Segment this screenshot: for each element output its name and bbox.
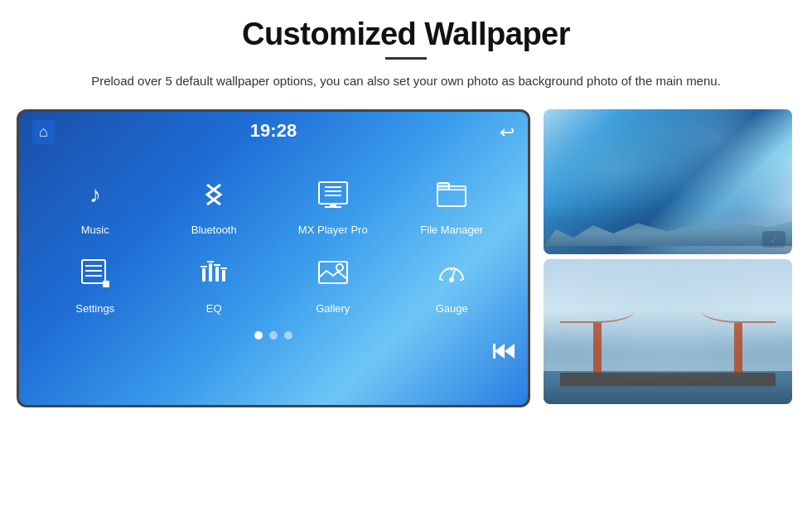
settings-label: Settings <box>75 302 114 315</box>
back-icon[interactable]: ↩ <box>500 122 515 143</box>
svg-rect-15 <box>215 267 219 282</box>
bluetooth-icon-item[interactable]: Bluetooth <box>172 172 255 236</box>
eq-icon <box>191 251 236 296</box>
music-label: Music <box>81 224 109 236</box>
bluetooth-icon <box>191 172 236 217</box>
thumbnail-bridge[interactable] <box>544 259 792 404</box>
svg-rect-6 <box>437 186 466 206</box>
svg-rect-30 <box>493 344 495 359</box>
settings-icon-item[interactable]: Settings <box>54 251 137 315</box>
screen-top-bar: ⌂ 19:28 ↩ <box>19 112 528 149</box>
mxplayer-icon <box>311 172 355 217</box>
bridge-cable-right <box>701 298 776 323</box>
svg-rect-16 <box>222 270 225 282</box>
bridge-water <box>544 386 792 404</box>
svg-marker-29 <box>505 344 515 359</box>
svg-rect-13 <box>202 268 205 282</box>
music-icon-item[interactable]: ♪ Music <box>54 172 137 236</box>
filemanager-icon-item[interactable]: File Manager <box>410 172 493 236</box>
bridge-cable-left <box>560 298 635 323</box>
svg-rect-7 <box>437 183 449 190</box>
svg-marker-28 <box>495 344 505 359</box>
mxplayer-icon-item[interactable]: MX Player Pro <box>292 172 375 236</box>
title-underline <box>385 57 427 60</box>
checkmark-badge: ✓ <box>762 231 785 248</box>
mxplayer-label: MX Player Pro <box>298 224 368 236</box>
eq-label: EQ <box>206 302 222 315</box>
gauge-label: Gauge <box>436 302 468 315</box>
skip-back-button[interactable] <box>493 342 516 365</box>
home-icon: ⌂ <box>39 123 48 140</box>
home-button[interactable]: ⌂ <box>32 120 55 144</box>
screen-icons-row2: Settings <box>19 243 528 321</box>
screen-dots <box>19 331 528 340</box>
svg-rect-0 <box>319 182 347 204</box>
filemanager-icon <box>429 172 474 217</box>
page-title: Customized Wallpaper <box>242 17 570 52</box>
svg-point-22 <box>336 264 343 271</box>
gauge-icon <box>429 251 474 296</box>
thumbnails: ✓ <box>544 109 792 407</box>
music-icon: ♪ <box>73 172 118 217</box>
svg-line-23 <box>452 270 455 280</box>
bridge-tower-right <box>734 323 742 373</box>
gauge-icon-item[interactable]: Gauge <box>410 251 493 315</box>
gallery-icon <box>311 251 355 296</box>
gallery-label: Gallery <box>316 302 350 315</box>
bridge-tower-left <box>593 323 602 373</box>
page-container: Customized Wallpaper Preload over 5 defa… <box>0 0 812 525</box>
bridge-structure <box>560 321 776 388</box>
content-area: ⌂ 19:28 ↩ ♪ Music <box>17 109 795 407</box>
eq-icon-item[interactable]: EQ <box>172 251 255 315</box>
bluetooth-label: Bluetooth <box>191 224 237 236</box>
thumbnail-ice-cave[interactable]: ✓ <box>544 109 792 254</box>
screen-icons-row1: ♪ Music Bluetooth <box>19 156 528 243</box>
dot-2[interactable] <box>269 331 278 340</box>
gallery-icon-item[interactable]: Gallery <box>292 251 375 315</box>
svg-rect-14 <box>209 263 212 282</box>
dot-1[interactable] <box>254 331 263 340</box>
svg-point-24 <box>449 277 454 282</box>
car-screen: ⌂ 19:28 ↩ ♪ Music <box>17 109 530 407</box>
dot-3[interactable] <box>284 331 292 340</box>
settings-icon <box>73 251 118 296</box>
screen-time: 19:28 <box>250 120 297 142</box>
svg-rect-12 <box>103 281 109 287</box>
ice-rocks-decoration <box>544 205 792 246</box>
page-description: Preload over 5 default wallpaper options… <box>91 71 721 91</box>
filemanager-label: File Manager <box>420 224 483 236</box>
svg-rect-21 <box>319 262 347 283</box>
